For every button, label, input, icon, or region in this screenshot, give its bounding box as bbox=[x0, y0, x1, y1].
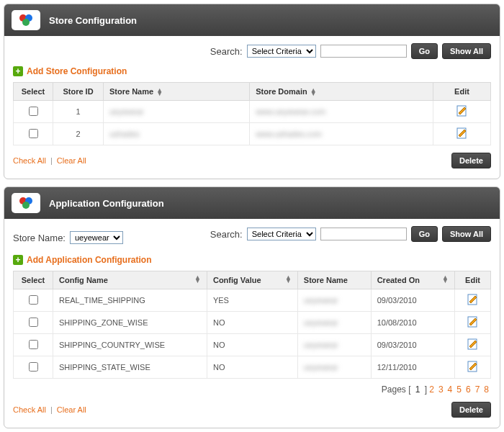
col-store-name[interactable]: Store Name▲▼ bbox=[104, 83, 250, 101]
plus-icon: + bbox=[13, 66, 23, 76]
page-link[interactable]: 4 bbox=[448, 384, 453, 395]
col-store-id[interactable]: Store ID bbox=[53, 83, 104, 101]
app-table: Select Config Name▲▼ Config Value▲▼ Stor… bbox=[13, 271, 491, 379]
search-criteria-select[interactable]: Select Criteria bbox=[247, 45, 316, 58]
show-all-button[interactable]: Show All bbox=[442, 226, 491, 242]
cell-config-name: SHIPPING_COUNTRY_WISE bbox=[53, 334, 207, 356]
actions-row: Check All | Clear All Delete bbox=[13, 153, 491, 168]
cell-config-value: NO bbox=[207, 334, 297, 356]
clear-all-link[interactable]: Clear All bbox=[57, 405, 86, 414]
search-row: Search: Select Criteria Go Show All bbox=[13, 43, 491, 59]
edit-icon[interactable] bbox=[456, 105, 468, 117]
col-store-name[interactable]: Store Name bbox=[297, 271, 371, 289]
panel-header: Application Configuration bbox=[4, 187, 500, 219]
cell-config-name: SHIPPING_ZONE_WISE bbox=[53, 312, 207, 334]
page-link[interactable]: 7 bbox=[475, 384, 480, 395]
search-input[interactable] bbox=[320, 45, 407, 58]
cell-created-on: 09/03/2010 bbox=[371, 289, 454, 312]
pagination: Pages [ 1 ]2345678 bbox=[13, 384, 491, 395]
store-name-label: Store Name: bbox=[13, 233, 66, 243]
search-criteria-select[interactable]: Select Criteria bbox=[247, 228, 316, 240]
cell-store-domain: www.ushades.com bbox=[250, 123, 433, 145]
table-row: SHIPPING_COUNTRY_WISENOueyewear09/03/201… bbox=[14, 334, 491, 356]
logo-icon bbox=[12, 193, 40, 213]
delete-button[interactable]: Delete bbox=[451, 402, 491, 418]
store-name-select[interactable]: ueyewear bbox=[70, 231, 123, 244]
search-input[interactable] bbox=[320, 228, 407, 240]
go-button[interactable]: Go bbox=[411, 43, 438, 59]
check-all-link[interactable]: Check All bbox=[13, 405, 46, 414]
col-config-name[interactable]: Config Name▲▼ bbox=[53, 271, 207, 289]
edit-icon[interactable] bbox=[456, 127, 468, 139]
add-store-config-link[interactable]: + Add Store Configuration bbox=[13, 66, 491, 76]
cell-config-name: SHIPPING_STATE_WISE bbox=[53, 356, 207, 379]
sort-icon: ▲▼ bbox=[285, 276, 292, 283]
clear-all-link[interactable]: Clear All bbox=[57, 156, 86, 165]
cell-store-name: ueyewear bbox=[297, 312, 371, 334]
page-link[interactable]: 3 bbox=[438, 384, 444, 395]
col-created-on[interactable]: Created On▲▼ bbox=[371, 271, 454, 289]
sort-icon: ▲▼ bbox=[310, 89, 317, 96]
row-checkbox[interactable] bbox=[29, 362, 38, 372]
add-label: Add Store Configuration bbox=[27, 66, 127, 76]
svg-point-7 bbox=[22, 202, 30, 209]
table-row: SHIPPING_ZONE_WISENOueyewear10/08/2010 bbox=[14, 312, 491, 334]
cell-created-on: 12/11/2010 bbox=[371, 356, 454, 379]
col-config-value[interactable]: Config Value▲▼ bbox=[207, 271, 297, 289]
cell-store-domain: www.ueyewear.com bbox=[250, 101, 433, 123]
edit-icon[interactable] bbox=[467, 294, 479, 305]
page-current: 1 bbox=[415, 384, 420, 395]
cell-edit bbox=[455, 289, 491, 312]
col-edit: Edit bbox=[455, 271, 491, 289]
edit-icon[interactable] bbox=[467, 361, 479, 372]
panel-body: Store Name: ueyewear Search: Select Crit… bbox=[4, 219, 500, 428]
panel-body: Search: Select Criteria Go Show All + Ad… bbox=[4, 36, 500, 179]
search-label: Search: bbox=[210, 229, 243, 240]
row-checkbox[interactable] bbox=[29, 129, 38, 138]
cell-store-name: ueyewear bbox=[297, 289, 371, 312]
edit-icon[interactable] bbox=[467, 316, 479, 328]
cell-created-on: 10/08/2010 bbox=[371, 312, 454, 334]
row-checkbox[interactable] bbox=[29, 107, 38, 116]
page-link[interactable]: 6 bbox=[466, 384, 471, 395]
cell-store-name: ueyewear bbox=[297, 334, 371, 356]
filter-row: Store Name: ueyewear Search: Select Crit… bbox=[13, 226, 491, 249]
row-checkbox[interactable] bbox=[29, 295, 38, 305]
edit-icon[interactable] bbox=[467, 338, 479, 350]
col-store-domain[interactable]: Store Domain▲▼ bbox=[250, 83, 433, 101]
cell-store-id: 2 bbox=[53, 123, 104, 145]
cell-edit bbox=[433, 101, 491, 123]
row-checkbox[interactable] bbox=[29, 318, 38, 327]
cell-config-name: REAL_TIME_SHIPPING bbox=[53, 289, 207, 312]
sort-icon: ▲▼ bbox=[156, 89, 163, 96]
page-link[interactable]: 8 bbox=[484, 384, 489, 395]
cell-store-name: ueyewear bbox=[104, 101, 250, 123]
actions-row: Check All | Clear All Delete bbox=[13, 402, 491, 418]
cell-config-value: NO bbox=[207, 312, 297, 334]
row-checkbox[interactable] bbox=[29, 340, 38, 349]
check-all-link[interactable]: Check All bbox=[13, 156, 46, 165]
svg-point-2 bbox=[22, 19, 30, 26]
delete-button[interactable]: Delete bbox=[451, 153, 491, 168]
add-app-config-link[interactable]: + Add Application Configuration bbox=[13, 255, 491, 265]
cell-store-id: 1 bbox=[53, 101, 104, 123]
show-all-button[interactable]: Show All bbox=[442, 43, 491, 59]
app-config-panel: Application Configuration Store Name: ue… bbox=[4, 186, 500, 428]
table-row: 1ueyewearwww.ueyewear.com bbox=[14, 101, 491, 123]
go-button[interactable]: Go bbox=[411, 226, 438, 242]
logo-icon bbox=[12, 10, 40, 30]
table-row: REAL_TIME_SHIPPINGYESueyewear09/03/2010 bbox=[14, 289, 491, 312]
search-label: Search: bbox=[210, 46, 243, 57]
store-config-panel: Store Configuration Search: Select Crite… bbox=[4, 4, 500, 179]
page-link[interactable]: 2 bbox=[429, 384, 434, 395]
cell-config-value: YES bbox=[207, 289, 297, 312]
panel-title: Application Configuration bbox=[49, 198, 164, 209]
table-row: 2ushadeswww.ushades.com bbox=[14, 123, 491, 145]
page-link[interactable]: 5 bbox=[456, 384, 462, 395]
cell-created-on: 09/03/2010 bbox=[371, 334, 454, 356]
col-select: Select bbox=[14, 83, 53, 101]
plus-icon: + bbox=[13, 255, 23, 265]
panel-title: Store Configuration bbox=[49, 15, 137, 26]
col-edit: Edit bbox=[433, 83, 491, 101]
sort-icon: ▲▼ bbox=[194, 276, 201, 283]
